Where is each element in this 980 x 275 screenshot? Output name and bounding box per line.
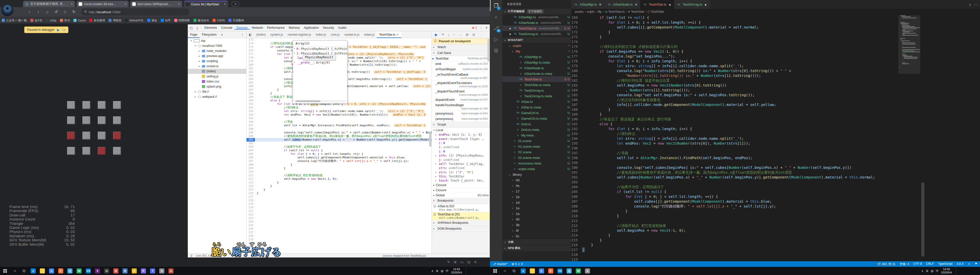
scope-closure-row[interactable]: ▸Closure — [432, 188, 490, 193]
device-toolbar-icon[interactable]: ▯ — [194, 26, 200, 30]
taskbar-app-icon[interactable]: e — [519, 267, 528, 275]
code-line[interactable]: 218 — [571, 252, 878, 257]
code-line[interactable]: 213 self.beginPos = new Vec2(-1, 0); — [571, 228, 878, 233]
code-line[interactable]: 177 console.log("set beginPos..."); — [571, 54, 878, 59]
taskbar-app-icon[interactable]: C — [537, 267, 546, 275]
taskbar-app-icon[interactable]: VS — [555, 267, 565, 275]
code-editor[interactable]: 169 if (self.lst != null) {170 for (let … — [571, 15, 878, 261]
editor-tab[interactable]: TSAStarNode.ts✕ — [605, 0, 640, 9]
ts-version[interactable]: 3.8.3 — [956, 262, 963, 266]
game-cube[interactable] — [67, 101, 75, 109]
code-line[interactable]: 202 self.cubes[Number(self.beginPos.x) +… — [571, 175, 878, 180]
browser-tab[interactable]: cocos-creator-3d-exa…✕ — [76, 1, 129, 7]
start-button[interactable] — [490, 267, 500, 275]
devtools-code-line[interactable]: 210 — [247, 170, 431, 174]
file-tree-item[interactable]: ▾top — [188, 38, 246, 43]
explorer-tree-item[interactable]: TSAStar.tsU — [502, 99, 571, 104]
open-editors-header[interactable]: ⌄ 打开的编辑器 2 个未保存 — [502, 8, 571, 14]
devtools-code-line[interactable]: 212 self.beginPos = new Vec2(-1, 0); — [247, 177, 431, 181]
bookmark-item[interactable]: Cocos — [72, 17, 88, 24]
devtools-code-line[interactable]: 219 — [247, 202, 431, 206]
step-over-icon[interactable]: ↷ — [441, 33, 444, 37]
explorer-tree-item[interactable]: ›2a — [502, 211, 571, 217]
scope-section-header[interactable]: ▾Scope — [432, 122, 490, 128]
call-stack-frame[interactable]: _onTouchEventCallbackevent-manager.ts:95… — [432, 72, 490, 81]
code-line[interactable]: 211 — [571, 218, 878, 223]
devtools-code-line[interactable]: 203 //如果不为空，证明找成功了 — [247, 145, 431, 149]
popup-row[interactable]: ▸0:PhysicsRayResult {_hitPoint: Vec3, _h… — [293, 47, 347, 51]
clock[interactable]: 14:562020/5/4 — [941, 268, 952, 274]
editor-scrollbar[interactable] — [921, 15, 924, 261]
breakpoint-checkbox[interactable]: ☑ — [433, 204, 436, 208]
explorer-tree-item[interactable]: ≡Grid.ts.metaU — [502, 127, 571, 133]
run-debug-icon[interactable]: ▷ — [490, 33, 502, 45]
taskbar-app-icon[interactable]: F — [546, 267, 555, 275]
code-line[interactable]: 191 else { — [571, 122, 878, 126]
devtools-code-line[interactable]: 208 } — [247, 163, 431, 166]
explorer-tree-item[interactable]: TSGrid.tsU — [502, 121, 571, 127]
call-stack-section-header[interactable]: ▾Call Stack — [432, 50, 490, 56]
encoding[interactable]: UTF-8 — [913, 262, 922, 266]
editor-action-icon[interactable]: ⫝ — [969, 3, 971, 6]
sidebar-tabs-menu-icon[interactable]: ⋮ — [239, 32, 246, 38]
indentation[interactable]: 空格: 4 — [900, 262, 909, 266]
scope-variable[interactable]: i:0 — [432, 150, 490, 153]
source-file-tab[interactable]: socket.io.js — [342, 32, 362, 38]
editor-action-icon[interactable]: ⋯ — [974, 3, 977, 6]
watch-section-header[interactable]: ▸Watch — [432, 44, 490, 50]
tab-close-icon[interactable]: ✕ — [178, 2, 180, 6]
game-cube[interactable] — [98, 116, 106, 124]
explorer-tree-item[interactable]: ≡02.sceneU — [502, 149, 571, 155]
tray-icon[interactable]: ∧ — [431, 269, 434, 273]
open-editor-item[interactable]: TSAStarNode.tsassets\scipts\MyU — [502, 20, 571, 25]
source-file-tab[interactable]: TestAStar.ts ✕ — [377, 32, 401, 38]
breadcrumb[interactable]: assets›scipts›My›TS TestAStar.ts›✦ TestA… — [571, 9, 980, 14]
explorer-tree-item[interactable]: ≡TwoDArray.ts.metaU — [502, 93, 571, 99]
eol[interactable]: CRLF — [926, 262, 934, 266]
devtools-code-line[interactable]: 222 — [247, 213, 431, 217]
explorer-tree-item[interactable]: ⌄scipts● — [502, 43, 571, 48]
devtools-code-line[interactable]: 227 — [247, 231, 431, 234]
game-cube[interactable] — [98, 132, 106, 139]
code-line[interactable]: 186 //把点击到的对象变成黄色 — [571, 98, 878, 102]
scope-variable[interactable]: i:undefined — [432, 145, 490, 149]
bookmark-item[interactable]: 博客园 — [107, 17, 123, 24]
code-line[interactable]: 198 self.lst = AStarMgr.Instance().FindP… — [571, 156, 878, 160]
tray-icon[interactable]: ∧ — [921, 269, 924, 273]
devtools-menu-icon[interactable]: ⋮ — [479, 26, 483, 30]
devtools-code-line[interactable]: 214 } — [247, 184, 431, 188]
tab-overflow-icon[interactable]: ◧ — [247, 32, 254, 38]
devtools-tab-sources[interactable]: Sources — [234, 26, 250, 30]
home-icon[interactable]: ⌂ — [43, 8, 51, 16]
devtools-code-line[interactable]: 192 //得到终点 — [247, 106, 431, 109]
tab-close-icon[interactable]: ✕ — [599, 3, 602, 6]
banner-step-icon[interactable]: ⤼ — [62, 28, 65, 32]
overlay-tool-icon[interactable]: ✕ — [474, 260, 477, 264]
notifications-icon[interactable]: ⚑ — [975, 262, 977, 266]
feedback-icon[interactable]: ☺ — [967, 262, 970, 266]
npm-scripts-header[interactable]: ›NPM 脚本 — [502, 245, 571, 251]
game-cube[interactable] — [83, 116, 90, 124]
source-file-tab[interactable]: named-register.js — [285, 32, 313, 38]
code-line[interactable]: 208 console.log("打印路径顺序: " + self.lst[j]… — [571, 204, 878, 209]
popup-row[interactable]: ▸__proto__:Array(0) — [293, 60, 347, 65]
sidebar-tab-page[interactable]: Page — [188, 32, 200, 38]
taskbar-app-icon[interactable]: W — [75, 267, 84, 275]
devtools-code-line[interactable]: 193 let strs: string[] = info[i].collide… — [247, 109, 431, 113]
devtools-code-line[interactable]: 217 — [247, 195, 431, 199]
bookmark-item[interactable]: 简书 — [58, 17, 72, 24]
pause-on-exceptions-icon[interactable]: ⊙ — [472, 33, 475, 37]
explorer-tree-item[interactable]: ≡scipts.metaU — [502, 166, 571, 172]
devtools-code-line[interactable]: 197 self.lst = AStarMgr.Instance().FindP… — [247, 124, 431, 127]
forward-icon[interactable]: › — [35, 8, 42, 16]
code-line[interactable]: 174 — [571, 40, 878, 44]
code-line[interactable]: 206 for (let j = 0; j < self.lst.length;… — [571, 194, 878, 199]
devtools-code-line[interactable]: 201 self.cubes[Number(self.beginPos.x) +… — [247, 138, 431, 142]
game-cube[interactable] — [98, 147, 106, 155]
devtools-code-line[interactable]: 216} — [247, 191, 431, 195]
game-cube[interactable] — [83, 101, 90, 109]
devtools-tab-network[interactable]: Network — [250, 26, 265, 30]
inspect-icon[interactable]: ◰ — [188, 26, 194, 30]
explorer-tree-item[interactable]: ›1d — [502, 200, 571, 205]
dirty-indicator[interactable]: ● — [704, 3, 707, 6]
